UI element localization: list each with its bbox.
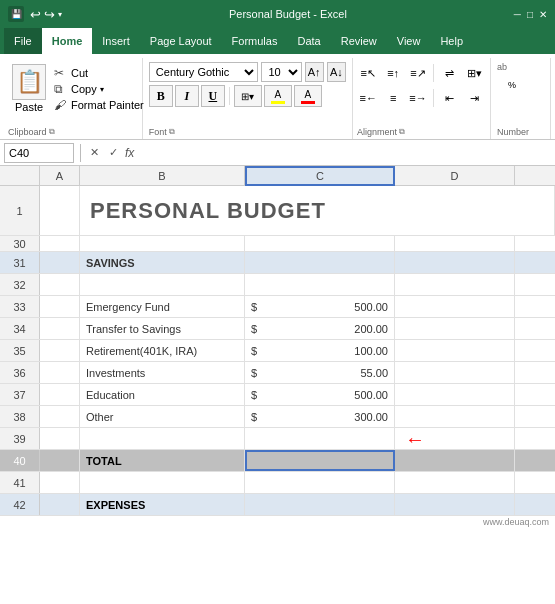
cancel-formula-button[interactable]: ✕ bbox=[87, 146, 102, 159]
tab-insert[interactable]: Insert bbox=[92, 28, 140, 54]
tab-file[interactable]: File bbox=[4, 28, 42, 54]
cell-38c[interactable]: $ 300.00 bbox=[245, 406, 395, 427]
copy-button[interactable]: ⧉ Copy ▾ bbox=[54, 82, 144, 96]
cell-31d[interactable] bbox=[395, 252, 515, 273]
cell-33b[interactable]: Emergency Fund bbox=[80, 296, 245, 317]
minimize-button[interactable]: ─ bbox=[514, 9, 521, 20]
cell-31b[interactable]: SAVINGS bbox=[80, 252, 245, 273]
cell-34c[interactable]: $ 200.00 bbox=[245, 318, 395, 339]
tab-formulas[interactable]: Formulas bbox=[222, 28, 288, 54]
cell-41a[interactable] bbox=[40, 472, 80, 493]
align-left-button[interactable]: ≡← bbox=[357, 87, 380, 109]
highlight-color-button[interactable]: A bbox=[264, 85, 292, 107]
cell-1b-title[interactable]: PERSONAL BUDGET bbox=[80, 186, 555, 235]
insert-function-button[interactable]: fx bbox=[125, 146, 134, 160]
indent-increase-button[interactable]: ⇥ bbox=[463, 87, 486, 109]
cell-32b[interactable] bbox=[80, 274, 245, 295]
format-painter-button[interactable]: 🖌 Format Painter bbox=[54, 98, 144, 112]
cell-32c[interactable] bbox=[245, 274, 395, 295]
underline-button[interactable]: U bbox=[201, 85, 225, 107]
cell-35b[interactable]: Retirement(401K, IRA) bbox=[80, 340, 245, 361]
confirm-formula-button[interactable]: ✓ bbox=[106, 146, 121, 159]
alignment-expand-icon[interactable]: ⧉ bbox=[399, 127, 405, 137]
cell-37c[interactable]: $ 500.00 bbox=[245, 384, 395, 405]
cell-40b[interactable]: TOTAL bbox=[80, 450, 245, 471]
italic-button[interactable]: I bbox=[175, 85, 199, 107]
font-expand-icon[interactable]: ⧉ bbox=[169, 127, 175, 137]
cell-33a[interactable] bbox=[40, 296, 80, 317]
col-header-a[interactable]: A bbox=[40, 166, 80, 186]
increase-font-size-button[interactable]: A↑ bbox=[305, 62, 324, 82]
align-right-button[interactable]: ≡→ bbox=[407, 87, 430, 109]
tab-data[interactable]: Data bbox=[287, 28, 330, 54]
cell-30d[interactable] bbox=[395, 236, 515, 251]
cell-38a[interactable] bbox=[40, 406, 80, 427]
redo-button[interactable]: ↪ bbox=[44, 7, 55, 22]
cell-30a[interactable] bbox=[40, 236, 80, 251]
tab-page-layout[interactable]: Page Layout bbox=[140, 28, 222, 54]
merge-button[interactable]: ⊞▾ bbox=[463, 62, 486, 84]
cell-35d[interactable] bbox=[395, 340, 515, 361]
decrease-font-size-button[interactable]: A↓ bbox=[327, 62, 346, 82]
cell-32d[interactable] bbox=[395, 274, 515, 295]
quick-access-dropdown[interactable]: ▾ bbox=[58, 10, 62, 19]
cell-33c[interactable]: $ 500.00 bbox=[245, 296, 395, 317]
cell-reference-box[interactable]: C40 bbox=[4, 143, 74, 163]
maximize-button[interactable]: □ bbox=[527, 9, 533, 20]
align-center-button[interactable]: ≡ bbox=[382, 87, 405, 109]
clipboard-expand-icon[interactable]: ⧉ bbox=[49, 127, 55, 137]
cell-34d[interactable] bbox=[395, 318, 515, 339]
cell-38d[interactable] bbox=[395, 406, 515, 427]
font-color-button[interactable]: A bbox=[294, 85, 322, 107]
cell-37a[interactable] bbox=[40, 384, 80, 405]
cell-35a[interactable] bbox=[40, 340, 80, 361]
cell-33d[interactable] bbox=[395, 296, 515, 317]
tab-review[interactable]: Review bbox=[331, 28, 387, 54]
col-header-c[interactable]: C bbox=[245, 166, 395, 186]
align-top-center-button[interactable]: ≡↑ bbox=[382, 62, 405, 84]
cell-41d[interactable] bbox=[395, 472, 515, 493]
cell-41b[interactable] bbox=[80, 472, 245, 493]
formula-input[interactable] bbox=[142, 143, 551, 163]
cell-42c[interactable] bbox=[245, 494, 395, 515]
cell-39c[interactable] bbox=[245, 428, 395, 449]
border-button[interactable]: ⊞▾ bbox=[234, 85, 262, 107]
cell-42a[interactable] bbox=[40, 494, 80, 515]
align-top-right-button[interactable]: ≡↗ bbox=[407, 62, 430, 84]
cell-39b[interactable] bbox=[80, 428, 245, 449]
cell-31c[interactable] bbox=[245, 252, 395, 273]
cell-31a[interactable] bbox=[40, 252, 80, 273]
cell-42d[interactable] bbox=[395, 494, 515, 515]
font-name-select[interactable]: Century Gothic bbox=[149, 62, 259, 82]
cell-30c[interactable] bbox=[245, 236, 395, 251]
cell-34b[interactable]: Transfer to Savings bbox=[80, 318, 245, 339]
cell-36b[interactable]: Investments bbox=[80, 362, 245, 383]
tab-home[interactable]: Home bbox=[42, 28, 93, 54]
cell-36d[interactable] bbox=[395, 362, 515, 383]
cell-35c[interactable]: $ 100.00 bbox=[245, 340, 395, 361]
cell-42b[interactable]: EXPENSES bbox=[80, 494, 245, 515]
cell-36c[interactable]: $ 55.00 bbox=[245, 362, 395, 383]
cell-36a[interactable] bbox=[40, 362, 80, 383]
col-header-d[interactable]: D bbox=[395, 166, 515, 186]
cell-38b[interactable]: Other bbox=[80, 406, 245, 427]
number-format-button[interactable]: % bbox=[497, 74, 527, 96]
cell-40a[interactable] bbox=[40, 450, 80, 471]
tab-view[interactable]: View bbox=[387, 28, 431, 54]
cell-40c[interactable] bbox=[245, 450, 395, 471]
cell-34a[interactable] bbox=[40, 318, 80, 339]
cell-1a[interactable] bbox=[40, 186, 80, 235]
cut-button[interactable]: ✂ Cut bbox=[54, 66, 144, 80]
cell-39d[interactable]: ← bbox=[395, 428, 515, 449]
cell-40d[interactable] bbox=[395, 450, 515, 471]
close-button[interactable]: ✕ bbox=[539, 9, 547, 20]
tab-help[interactable]: Help bbox=[430, 28, 473, 54]
undo-button[interactable]: ↩ bbox=[30, 7, 41, 22]
cell-37b[interactable]: Education bbox=[80, 384, 245, 405]
wrap-text-button[interactable]: ⇌ bbox=[438, 62, 461, 84]
paste-button[interactable]: 📋 Paste bbox=[8, 62, 50, 115]
copy-dropdown-arrow[interactable]: ▾ bbox=[100, 85, 104, 94]
cell-32a[interactable] bbox=[40, 274, 80, 295]
save-icon[interactable]: 💾 bbox=[8, 6, 24, 22]
font-size-select[interactable]: 10 bbox=[261, 62, 301, 82]
